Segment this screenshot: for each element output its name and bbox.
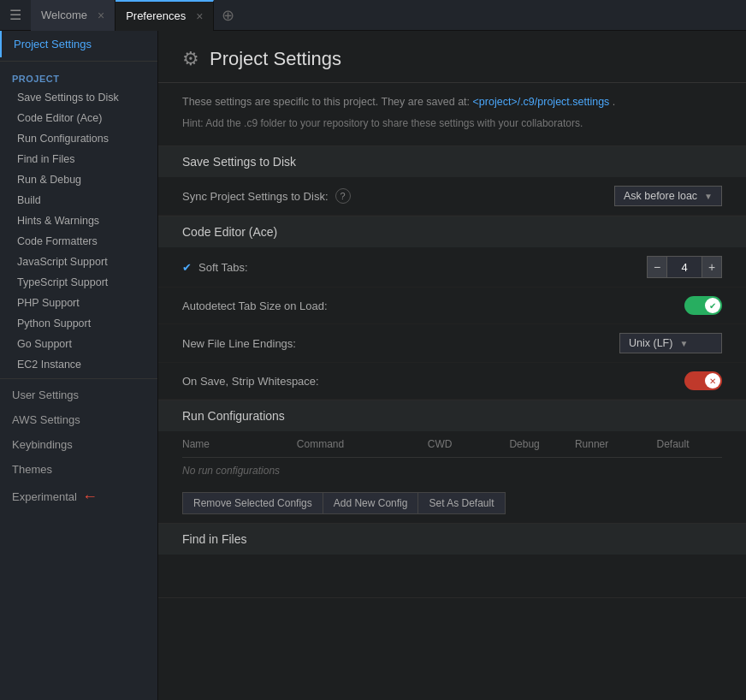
tab-preferences[interactable]: Preferences ×	[115, 0, 214, 31]
sync-settings-label: Sync Project Settings to Disk:	[182, 190, 329, 203]
run-config-actions: Remove Selected Configs Add New Config S…	[182, 483, 722, 523]
sidebar-item-php-support[interactable]: PHP Support	[0, 293, 157, 313]
page-header: ⚙ Project Settings	[158, 31, 746, 83]
col-header-runner: Runner	[575, 438, 657, 450]
new-tab-button[interactable]: ⊕	[214, 0, 241, 31]
add-new-config-button[interactable]: Add New Config	[323, 492, 419, 514]
sidebar-project-settings-label: Project Settings	[14, 38, 92, 50]
section-find-in-files: Find in Files	[158, 524, 746, 598]
sidebar-section-project: PROJECT	[0, 65, 157, 87]
tab-welcome[interactable]: Welcome ×	[31, 0, 115, 31]
autodetect-toggle-knob: ✔	[705, 298, 720, 313]
autodetect-toggle[interactable]: ✔	[684, 296, 722, 315]
sidebar-group-aws-settings[interactable]: AWS Settings	[0, 407, 157, 432]
col-header-cwd: CWD	[428, 438, 510, 450]
soft-tabs-check-icon: ✔	[182, 261, 192, 274]
sidebar-item-save-settings[interactable]: Save Settings to Disk	[0, 87, 157, 108]
sidebar-item-build[interactable]: Build	[0, 190, 157, 211]
tab-welcome-label: Welcome	[41, 9, 87, 21]
desc-link[interactable]: <project>/.c9/project.settings	[473, 96, 610, 108]
sync-dropdown[interactable]: Ask before loac ▼	[614, 186, 722, 206]
sync-dropdown-arrow: ▼	[704, 192, 713, 201]
sidebar-group-themes[interactable]: Themes	[0, 457, 157, 482]
col-header-command: Command	[297, 438, 428, 450]
tab-size-stepper: − +	[647, 256, 722, 278]
tab-preferences-close[interactable]: ×	[196, 9, 203, 23]
sidebar-group-user-settings[interactable]: User Settings	[0, 383, 157, 407]
save-to-disk-header: Save Settings to Disk	[158, 146, 746, 177]
soft-tabs-row: ✔ Soft Tabs: − +	[158, 247, 746, 288]
sidebar-item-javascript-support[interactable]: JavaScript Support	[0, 252, 157, 272]
menu-button[interactable]: ☰	[0, 0, 31, 31]
section-save-to-disk: Save Settings to Disk Sync Project Setti…	[158, 146, 746, 217]
soft-tabs-label: Soft Tabs:	[198, 261, 248, 274]
tab-welcome-close[interactable]: ×	[98, 9, 104, 22]
sidebar-item-run-configurations[interactable]: Run Configurations	[0, 128, 157, 149]
sidebar-item-project-settings[interactable]: Project Settings	[0, 31, 157, 57]
strip-whitespace-label: On Save, Strip Whitespace:	[182, 375, 319, 388]
sidebar-item-typescript-support[interactable]: TypeScript Support	[0, 272, 157, 293]
desc-text-1-end: .	[613, 96, 615, 108]
experimental-arrow-icon: ←	[82, 488, 98, 506]
autodetect-row: Autodetect Tab Size on Load: ✔	[158, 288, 746, 324]
line-endings-label: New File Line Endings:	[182, 337, 296, 350]
sync-help-icon[interactable]: ?	[335, 188, 351, 204]
sidebar: Project Settings PROJECT Save Settings t…	[0, 31, 158, 700]
sidebar-group-experimental[interactable]: Experimental ←	[0, 482, 157, 512]
strip-whitespace-knob: ✕	[705, 373, 720, 389]
hamburger-icon: ☰	[9, 7, 21, 23]
col-header-debug: Debug	[509, 438, 574, 450]
section-code-editor: Code Editor (Ace) ✔ Soft Tabs: − +	[158, 217, 746, 400]
col-header-name: Name	[182, 438, 297, 450]
run-configurations-header: Run Configurations	[158, 400, 746, 431]
col-header-default: Default	[657, 438, 722, 450]
content-area: ⚙ Project Settings These settings are sp…	[158, 31, 746, 700]
tab-size-plus[interactable]: +	[702, 256, 722, 278]
line-endings-dropdown[interactable]: Unix (LF) ▼	[619, 333, 722, 353]
no-configs-text: No run configurations	[182, 458, 722, 483]
sidebar-item-go-support[interactable]: Go Support	[0, 334, 157, 354]
toggle-off-icon: ✕	[709, 377, 716, 386]
sidebar-group-keybindings[interactable]: Keybindings	[0, 432, 157, 457]
run-config-table: Name Command CWD Debug Runner Default No…	[158, 431, 746, 523]
desc-hint: Hint: Add the .c9 folder to your reposit…	[182, 117, 583, 129]
toggle-on-icon: ✔	[709, 301, 716, 311]
sidebar-item-hints-warnings[interactable]: Hints & Warnings	[0, 211, 157, 231]
run-config-header-row: Name Command CWD Debug Runner Default	[182, 431, 722, 458]
tab-bar: ☰ Welcome × Preferences × ⊕	[0, 0, 746, 31]
tab-preferences-label: Preferences	[126, 9, 186, 22]
strip-whitespace-row: On Save, Strip Whitespace: ✕	[158, 363, 746, 400]
sidebar-item-code-editor[interactable]: Code Editor (Ace)	[0, 108, 157, 128]
sync-dropdown-value: Ask before loac	[624, 190, 697, 202]
add-tab-icon: ⊕	[222, 6, 234, 25]
tab-size-minus[interactable]: −	[647, 256, 667, 278]
autodetect-label: Autodetect Tab Size on Load:	[182, 300, 328, 312]
section-run-configurations: Run Configurations Name Command CWD Debu…	[158, 400, 746, 524]
sidebar-item-python-support[interactable]: Python Support	[0, 313, 157, 334]
page-title: Project Settings	[210, 48, 341, 70]
remove-selected-configs-button[interactable]: Remove Selected Configs	[182, 492, 323, 514]
desc-text-1: These settings are specific to this proj…	[182, 96, 470, 108]
tab-size-input[interactable]	[667, 256, 702, 278]
sidebar-item-find-in-files[interactable]: Find in Files	[0, 149, 157, 169]
sidebar-item-ec2-instance[interactable]: EC2 Instance	[0, 354, 157, 375]
line-endings-row: New File Line Endings: Unix (LF) ▼	[158, 324, 746, 363]
page-header-icon: ⚙	[182, 48, 199, 70]
set-as-default-button[interactable]: Set As Default	[418, 492, 505, 514]
find-in-files-content	[158, 555, 746, 597]
code-editor-header: Code Editor (Ace)	[158, 217, 746, 247]
sync-project-settings-row: Sync Project Settings to Disk: ? Ask bef…	[158, 177, 746, 216]
line-endings-value: Unix (LF)	[629, 337, 672, 349]
find-in-files-header: Find in Files	[158, 524, 746, 555]
main-layout: Project Settings PROJECT Save Settings t…	[0, 31, 746, 700]
sidebar-item-run-debug[interactable]: Run & Debug	[0, 169, 157, 190]
line-endings-arrow: ▼	[679, 339, 688, 348]
page-description: These settings are specific to this proj…	[158, 83, 746, 146]
sidebar-item-code-formatters[interactable]: Code Formatters	[0, 231, 157, 252]
strip-whitespace-toggle[interactable]: ✕	[684, 371, 722, 390]
